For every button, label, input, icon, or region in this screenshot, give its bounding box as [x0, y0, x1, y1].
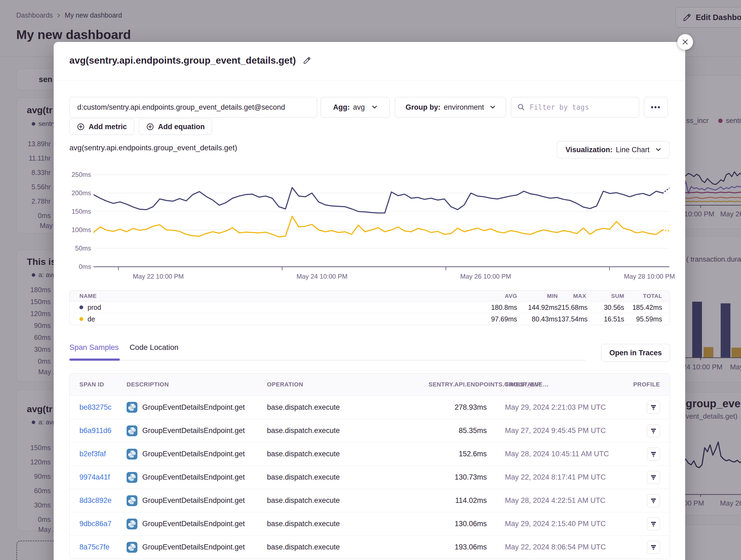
summary-header-row: NAMEAVGMINMAXSUMTOTAL	[70, 291, 670, 302]
add-equation-label: Add equation	[158, 123, 205, 131]
profile-icon	[650, 544, 657, 551]
profile-icon	[650, 404, 657, 410]
span-id-link[interactable]: b2ef3faf	[79, 450, 106, 458]
profile-button[interactable]	[647, 471, 660, 484]
span-id-cell: 9dbc86a7	[79, 519, 127, 528]
groupby-select[interactable]: Group by: environment	[395, 97, 506, 117]
ellipsis-icon: •••	[651, 103, 661, 111]
samples-column-header: PROFILE	[632, 381, 660, 388]
operation-cell: base.dispatch.execute	[267, 403, 428, 412]
sample-row: b2ef3fafGroupEventDetailsEndpoint.getbas…	[70, 442, 670, 466]
filter-by-tags-input[interactable]: Filter by tags	[511, 97, 639, 117]
span-id-link[interactable]: 9dbc86a7	[79, 519, 112, 528]
profile-button[interactable]	[647, 424, 660, 437]
visualization-select[interactable]: Visualization: Line Chart	[557, 141, 669, 158]
open-in-traces-label: Open in Traces	[609, 349, 662, 357]
samples-header-row: SPAN IDDESCRIPTIONOPERATIONSENTRY.API.EN…	[70, 374, 670, 396]
y-tick-label: 200ms	[67, 189, 91, 197]
timestamp-cell: May 28, 2024 4:22:51 AM UTC	[505, 496, 632, 505]
profile-icon	[650, 451, 657, 457]
samples-column-header: DESCRIPTION	[127, 381, 267, 388]
summary-value-total: 95.59ms	[624, 315, 662, 323]
tab-span-samples[interactable]: Span Samples	[69, 343, 119, 352]
metric-query-input[interactable]: d:custom/sentry.api.endpoints.group_even…	[69, 97, 317, 117]
duration-cell: 130.73ms	[428, 473, 505, 481]
line-chart	[93, 171, 669, 272]
profile-button[interactable]	[647, 448, 660, 461]
span-id-link[interactable]: 9974a41f	[79, 473, 110, 481]
groupby-label: Group by:	[405, 103, 441, 111]
chevron-down-icon	[490, 105, 495, 109]
edit-title-pencil-icon[interactable]	[303, 56, 311, 65]
span-samples-table: SPAN IDDESCRIPTIONOPERATIONSENTRY.API.EN…	[69, 373, 670, 559]
span-id-link[interactable]: b6a911d6	[79, 426, 112, 434]
samples-column-header: OPERATION	[267, 381, 428, 388]
operation-cell: base.dispatch.execute	[267, 519, 428, 528]
summary-value-avg: 180.8ms	[482, 304, 517, 311]
timestamp-cell: May 27, 2024 9:45:45 PM UTC	[505, 426, 632, 435]
profile-cell	[632, 517, 660, 531]
search-icon	[517, 103, 525, 111]
duration-cell: 152.6ms	[428, 450, 505, 458]
modal-divider	[54, 80, 685, 81]
timestamp-cell: May 28, 2024 10:45:11 AM UTC	[505, 450, 632, 458]
profile-button[interactable]	[647, 494, 660, 507]
profile-icon	[650, 521, 657, 527]
series-name: prod	[87, 304, 101, 311]
tab-row: Span Samples Code Location	[69, 343, 179, 352]
python-icon	[127, 425, 137, 436]
description-text: GroupEventDetailsEndpoint.get	[142, 519, 245, 528]
close-button[interactable]	[677, 34, 693, 50]
sample-row: 8a75c7feGroupEventDetailsEndpoint.getbas…	[70, 535, 670, 559]
summary-row[interactable]: prod180.8ms144.92ms215.68ms30.56s185.42m…	[70, 302, 670, 313]
summary-row[interactable]: de97.69ms80.43ms137.54ms16.51s95.59ms	[70, 313, 670, 325]
span-id-link[interactable]: 8d3c892e	[79, 496, 112, 504]
summary-column-header: AVG	[482, 293, 517, 299]
agg-label: Agg:	[333, 103, 350, 111]
profile-button[interactable]	[647, 517, 660, 531]
summary-column-header: TOTAL	[624, 293, 662, 299]
span-id-cell: be83275c	[79, 403, 127, 412]
timestamp-cell: May 29, 2024 2:15:40 PM UTC	[505, 519, 632, 528]
series-name: de	[87, 315, 95, 323]
agg-select[interactable]: Agg: avg	[321, 97, 390, 117]
add-metric-button[interactable]: Add metric	[69, 118, 134, 135]
description-text: GroupEventDetailsEndpoint.get	[142, 473, 245, 481]
description-cell: GroupEventDetailsEndpoint.get	[127, 472, 267, 483]
series-name-cell: prod	[79, 304, 482, 311]
duration-cell: 193.06ms	[428, 543, 505, 551]
overflow-menu-button[interactable]: •••	[644, 97, 668, 117]
description-text: GroupEventDetailsEndpoint.get	[142, 496, 245, 505]
profile-button[interactable]	[647, 401, 660, 414]
series-name-cell: de	[79, 315, 482, 323]
profile-button[interactable]	[647, 541, 660, 554]
timestamp-cell: May 22, 2024 8:06:54 PM UTC	[505, 543, 632, 551]
sample-row: be83275cGroupEventDetailsEndpoint.getbas…	[70, 396, 670, 419]
span-id-link[interactable]: be83275c	[79, 403, 112, 411]
chevron-down-icon	[656, 148, 661, 152]
summary-value-max: 137.54ms	[558, 315, 586, 323]
duration-cell: 85.35ms	[428, 426, 505, 435]
x-tick-label: May 22 10:00 PM	[118, 273, 199, 280]
span-id-link[interactable]: 8a75c7fe	[79, 543, 110, 551]
description-text: GroupEventDetailsEndpoint.get	[142, 450, 245, 458]
span-id-cell: 9974a41f	[79, 473, 127, 481]
duration-cell: 114.02ms	[428, 496, 505, 505]
legend-dot	[79, 317, 83, 321]
open-in-traces-button[interactable]: Open in Traces	[601, 344, 670, 362]
metric-query-value: d:custom/sentry.api.endpoints.group_even…	[77, 103, 285, 111]
modal-title-row: avg(sentry.api.endpoints.group_event_det…	[69, 55, 311, 66]
add-equation-button[interactable]: Add equation	[139, 118, 212, 135]
tab-code-location[interactable]: Code Location	[130, 343, 179, 352]
profile-icon	[650, 427, 657, 434]
summary-value-max: 215.68ms	[558, 304, 586, 311]
close-icon	[681, 38, 689, 46]
samples-column-header: TIMESTAMP	[505, 381, 632, 388]
span-id-cell: b6a911d6	[79, 426, 127, 435]
sample-row: 9dbc86a7GroupEventDetailsEndpoint.getbas…	[70, 512, 670, 535]
description-text: GroupEventDetailsEndpoint.get	[142, 426, 245, 435]
description-cell: GroupEventDetailsEndpoint.get	[127, 542, 267, 553]
samples-column-header: SENTRY.API.ENDPOINTS.GROUP_EVE…	[428, 381, 505, 388]
duration-cell: 278.93ms	[428, 403, 505, 412]
python-icon	[127, 542, 137, 553]
